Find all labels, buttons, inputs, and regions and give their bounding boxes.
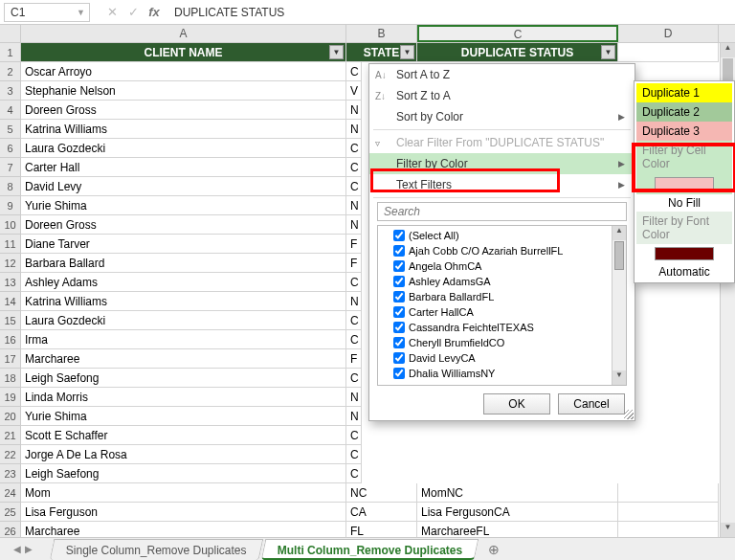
state-cell[interactable]: C — [346, 273, 362, 292]
state-cell[interactable]: V — [346, 81, 362, 101]
new-sheet-button[interactable]: ⊕ — [484, 542, 503, 557]
checkbox[interactable] — [393, 352, 405, 364]
filter-button[interactable]: ▼ — [601, 45, 615, 59]
row-number[interactable]: 17 — [0, 349, 21, 369]
checkbox[interactable] — [393, 368, 405, 379]
client-name-cell[interactable]: Lisa Ferguson — [21, 503, 346, 522]
filter-check-item[interactable]: Cassandra FeichtelTEXAS — [382, 320, 622, 335]
row-number[interactable]: 14 — [0, 292, 21, 311]
row-number[interactable]: 3 — [0, 81, 21, 101]
empty-cell[interactable] — [618, 43, 719, 62]
duplicate-cell[interactable]: Lisa FergusonCA — [417, 503, 618, 522]
row-number[interactable]: 25 — [0, 503, 21, 522]
row-number[interactable]: 13 — [0, 273, 21, 292]
checkbox[interactable] — [393, 306, 405, 318]
row-number[interactable]: 22 — [0, 445, 21, 464]
state-cell[interactable]: C — [346, 311, 362, 330]
column-header-B[interactable]: B — [346, 25, 417, 42]
row-number[interactable]: 21 — [0, 426, 21, 445]
no-fill[interactable]: No Fill — [636, 194, 732, 212]
chevron-down-icon[interactable]: ▼ — [77, 8, 89, 17]
client-name-cell[interactable]: Irma — [21, 330, 346, 349]
pink-swatch[interactable] — [655, 177, 714, 190]
state-cell[interactable]: C — [346, 330, 362, 349]
client-name-cell[interactable]: David Levy — [21, 177, 346, 196]
state-cell[interactable]: C — [346, 464, 362, 483]
empty-cell[interactable] — [618, 483, 719, 503]
sort-az[interactable]: A↓Sort A to Z — [369, 64, 635, 85]
client-name-cell[interactable]: Laura Gozdecki — [21, 139, 346, 158]
tab-nav-prev[interactable]: ◀ — [13, 544, 21, 554]
row-number[interactable]: 8 — [0, 177, 21, 196]
state-cell[interactable]: N — [346, 215, 362, 235]
row-number[interactable]: 16 — [0, 330, 21, 349]
client-name-cell[interactable]: Leigh Saefong — [21, 369, 346, 388]
sheet-tab-active[interactable]: Multi Column_Remove Duplicates — [260, 539, 479, 560]
client-name-cell[interactable]: Mom — [21, 483, 346, 503]
checkbox[interactable] — [393, 322, 405, 333]
filter-check-item[interactable]: Ashley AdamsGA — [382, 274, 622, 289]
state-cell[interactable]: C — [346, 62, 362, 81]
checkbox[interactable] — [393, 337, 405, 348]
state-cell[interactable]: C — [346, 177, 362, 196]
client-name-cell[interactable]: Linda Morris — [21, 388, 346, 407]
filter-check-item[interactable]: Angela OhmCA — [382, 258, 622, 274]
checkbox[interactable] — [393, 245, 405, 257]
state-cell[interactable]: N — [346, 407, 362, 426]
client-name-cell[interactable]: Leigh Saefong — [21, 464, 346, 483]
client-name-cell[interactable]: Doreen Gross — [21, 101, 346, 120]
row-number[interactable]: 20 — [0, 407, 21, 426]
automatic[interactable]: Automatic — [636, 263, 732, 280]
client-name-cell[interactable]: Jorge A De La Rosa — [21, 445, 346, 464]
filter-check-item[interactable]: Barbara BallardFL — [382, 289, 622, 304]
client-name-cell[interactable]: Scott E Schaffer — [21, 426, 346, 445]
row-number[interactable]: 6 — [0, 139, 21, 158]
client-name-cell[interactable]: Ashley Adams — [21, 273, 346, 292]
sort-by-color[interactable]: Sort by Color▶ — [369, 106, 635, 127]
row-number[interactable]: 12 — [0, 254, 21, 273]
state-cell[interactable]: C — [346, 158, 362, 177]
state-cell[interactable]: C — [346, 445, 362, 464]
cancel-icon[interactable]: ✕ — [101, 3, 122, 22]
filter-check-item[interactable]: David LevyCA — [382, 350, 622, 366]
cancel-button[interactable]: Cancel — [558, 393, 625, 414]
state-cell[interactable]: C — [346, 369, 362, 388]
checkbox[interactable] — [393, 230, 405, 241]
fx-icon[interactable]: fx — [144, 3, 165, 22]
filter-check-item[interactable]: Cheryll BrumfieldCO — [382, 335, 622, 350]
state-cell[interactable]: NC — [346, 483, 417, 503]
client-name-cell[interactable]: Diane Tarver — [21, 235, 346, 254]
state-cell[interactable]: F — [346, 349, 362, 369]
search-input[interactable] — [377, 202, 627, 221]
sort-za[interactable]: Z↓Sort Z to A — [369, 85, 635, 106]
state-cell[interactable]: N — [346, 196, 362, 215]
row-number[interactable]: 23 — [0, 464, 21, 483]
row-number[interactable]: 9 — [0, 196, 21, 215]
state-cell[interactable]: N — [346, 120, 362, 139]
state-cell[interactable]: CA — [346, 503, 417, 522]
scroll-up-icon[interactable]: ▲ — [721, 43, 735, 57]
client-name-cell[interactable]: Stephanie Nelson — [21, 81, 346, 101]
filter-button[interactable]: ▼ — [400, 45, 414, 59]
filter-check-item[interactable]: (Select All) — [382, 228, 622, 243]
duplicate-cell[interactable]: MomNC — [417, 483, 618, 503]
client-name-cell[interactable]: Barbara Ballard — [21, 254, 346, 273]
row-number[interactable]: 1 — [0, 43, 21, 62]
scrollbar[interactable]: ▲ ▼ — [612, 226, 626, 385]
row-number[interactable]: 11 — [0, 235, 21, 254]
scroll-down-icon[interactable]: ▼ — [612, 370, 626, 385]
filter-check-item[interactable]: Dhalia WilliamsNY — [382, 366, 622, 381]
row-number[interactable]: 18 — [0, 369, 21, 388]
client-name-cell[interactable]: Marcharee — [21, 349, 346, 369]
ok-button[interactable]: OK — [483, 393, 550, 414]
checkbox[interactable] — [393, 276, 405, 287]
scroll-down-icon[interactable]: ▼ — [721, 523, 735, 537]
state-cell[interactable]: N — [346, 101, 362, 120]
checkbox[interactable] — [393, 291, 405, 302]
state-cell[interactable]: N — [346, 388, 362, 407]
state-cell[interactable]: C — [346, 139, 362, 158]
scroll-up-icon[interactable]: ▲ — [612, 226, 626, 240]
text-filters[interactable]: Text Filters▶ — [369, 174, 635, 195]
checkbox[interactable] — [393, 260, 405, 272]
row-number[interactable]: 24 — [0, 483, 21, 503]
